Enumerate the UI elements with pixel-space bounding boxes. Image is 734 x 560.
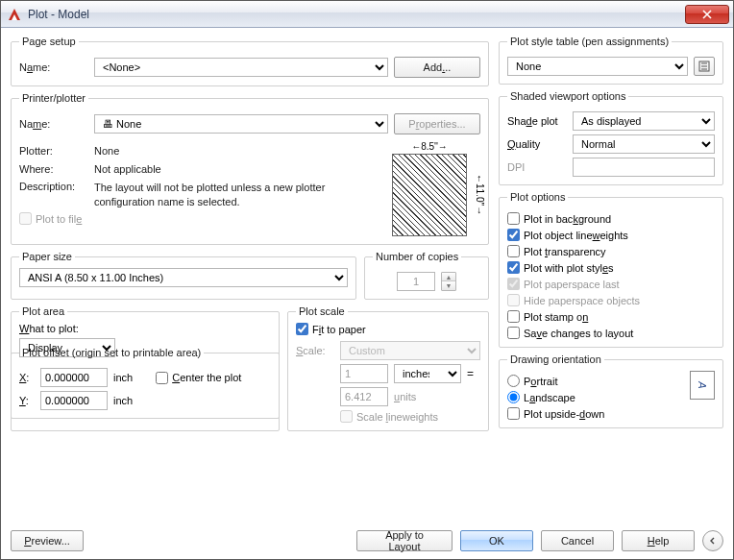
- x-input[interactable]: [40, 368, 108, 387]
- page-setup-legend: Page setup: [19, 36, 79, 47]
- shaded-legend: Shaded viewport options: [507, 90, 628, 102]
- dpi-label: DPI: [507, 161, 567, 173]
- plot-scale-legend: Plot scale: [296, 305, 348, 317]
- copies-input: [397, 272, 435, 291]
- portrait-radio[interactable]: Portrait: [507, 375, 557, 387]
- fit-to-paper-checkbox[interactable]: Fit to paper: [296, 323, 366, 335]
- printer-name-label: Name:: [19, 118, 88, 130]
- plot-area-legend: Plot area: [19, 305, 67, 317]
- quality-label: Quality: [507, 138, 567, 150]
- x-label: X:: [19, 372, 35, 383]
- window-title: Plot - Model: [28, 8, 89, 21]
- quality-select[interactable]: Normal: [573, 134, 715, 154]
- page-setup-group: Page setup Name: <None> Add...: [11, 36, 489, 86]
- scale-unit-select[interactable]: inches: [394, 364, 461, 383]
- description-value: The layout will not be plotted unless a …: [94, 181, 379, 209]
- plot-dialog: Plot - Model Page setup Name: <None> Add…: [0, 0, 734, 560]
- shade-plot-select[interactable]: As displayed: [573, 111, 715, 131]
- plot-lw-checkbox[interactable]: Plot object lineweights: [507, 229, 628, 241]
- plotter-label: Plotter:: [19, 145, 88, 157]
- page-setup-name-select[interactable]: <None>: [94, 58, 388, 77]
- plot-bg-checkbox[interactable]: Plot in background: [507, 212, 611, 225]
- style-table-group: Plot style table (pen assignments) None: [499, 36, 723, 85]
- scale-lineweights-checkbox: Scale lineweights: [340, 410, 438, 423]
- plot-to-file-checkbox: Plot to file: [19, 212, 82, 225]
- plot-paperspace-checkbox: Plot paperspace last: [507, 278, 620, 290]
- equals-sign: =: [467, 367, 474, 380]
- y-unit: inch: [113, 395, 133, 406]
- chevron-left-icon: [709, 537, 717, 545]
- what-to-plot-label: What to plot:: [19, 323, 271, 334]
- scale-select: Custom: [340, 341, 480, 360]
- plot-styles-checkbox[interactable]: Plot with plot styles: [507, 261, 614, 274]
- preview-height: ←11.0''→: [475, 155, 485, 235]
- paper-preview: ←8.5''→ ←11.0''→: [392, 154, 467, 236]
- dialog-body: Page setup Name: <None> Add... Printer/p…: [1, 28, 733, 559]
- where-label: Where:: [19, 163, 88, 175]
- plotter-value: None: [94, 144, 119, 158]
- preview-button[interactable]: Preview...: [11, 530, 84, 551]
- paper-size-legend: Paper size: [19, 251, 75, 262]
- orientation-legend: Drawing orientation: [507, 353, 604, 365]
- dpi-input: [573, 158, 715, 177]
- plot-options-group: Plot options Plot in background Plot obj…: [499, 191, 723, 348]
- y-input[interactable]: [40, 391, 108, 410]
- upside-down-checkbox[interactable]: Plot upside-down: [507, 407, 604, 420]
- orientation-group: Drawing orientation Portrait Landscape P…: [499, 353, 723, 428]
- scale-numerator-input: [340, 364, 388, 383]
- y-label: Y:: [19, 395, 35, 406]
- printer-name-select[interactable]: 🖶 None: [94, 114, 388, 134]
- properties-button: Properties...: [394, 113, 480, 134]
- copies-spinner: ▲▼: [441, 272, 456, 291]
- close-icon: [702, 10, 712, 19]
- center-plot-checkbox[interactable]: Center the plot: [156, 372, 241, 384]
- printer-legend: Printer/plotter: [19, 92, 88, 104]
- close-button[interactable]: [685, 5, 729, 24]
- plot-offset-legend: Plot offset (origin set to printable are…: [19, 347, 204, 358]
- help-button[interactable]: Help: [622, 530, 695, 551]
- save-layout-checkbox[interactable]: Save changes to layout: [507, 327, 633, 339]
- cancel-button[interactable]: Cancel: [541, 530, 614, 551]
- ok-button[interactable]: OK: [460, 530, 533, 551]
- landscape-radio[interactable]: Landscape: [507, 391, 575, 403]
- plot-offset-group: Plot offset (origin set to printable are…: [11, 347, 280, 419]
- preview-width: ←8.5''→: [393, 141, 466, 152]
- style-table-select[interactable]: None: [507, 57, 688, 76]
- x-unit: inch: [113, 372, 133, 383]
- orientation-icon: A: [690, 371, 715, 400]
- plot-options-legend: Plot options: [507, 191, 568, 203]
- app-icon: [7, 7, 22, 22]
- collapse-button[interactable]: [702, 530, 723, 551]
- description-label: Description:: [19, 181, 88, 192]
- plot-trans-checkbox[interactable]: Plot transparency: [507, 245, 606, 257]
- where-value: Not applicable: [94, 162, 161, 177]
- scale-label: Scale:: [296, 345, 334, 356]
- hide-paperspace-checkbox: Hide paperspace objects: [507, 294, 640, 306]
- titlebar[interactable]: Plot - Model: [1, 1, 733, 28]
- copies-group: Number of copies ▲▼: [364, 251, 489, 300]
- style-table-legend: Plot style table (pen assignments): [507, 36, 672, 47]
- page-setup-name-label: Name:: [19, 61, 88, 73]
- shade-plot-label: Shade plot: [507, 115, 567, 127]
- plot-scale-group: Plot scale Fit to paper Scale: Custom in…: [287, 305, 489, 431]
- paper-size-select[interactable]: ANSI A (8.50 x 11.00 Inches): [19, 268, 348, 287]
- add-button[interactable]: Add...: [394, 57, 480, 78]
- units-label: units: [394, 391, 416, 402]
- copies-legend: Number of copies: [373, 251, 461, 262]
- style-table-edit-button[interactable]: [694, 57, 715, 76]
- plot-stamp-checkbox[interactable]: Plot stamp on: [507, 310, 588, 323]
- apply-to-layout-button[interactable]: Apply to Layout: [356, 530, 453, 551]
- edit-icon: [698, 61, 710, 72]
- paper-size-group: Paper size ANSI A (8.50 x 11.00 Inches): [11, 251, 356, 300]
- dialog-footer: Preview... Apply to Layout OK Cancel Hel…: [11, 524, 723, 551]
- scale-units-input: [340, 387, 388, 406]
- printer-group: Printer/plotter Name: 🖶 None Properties.…: [11, 92, 489, 245]
- shaded-group: Shaded viewport options Shade plotAs dis…: [499, 90, 723, 185]
